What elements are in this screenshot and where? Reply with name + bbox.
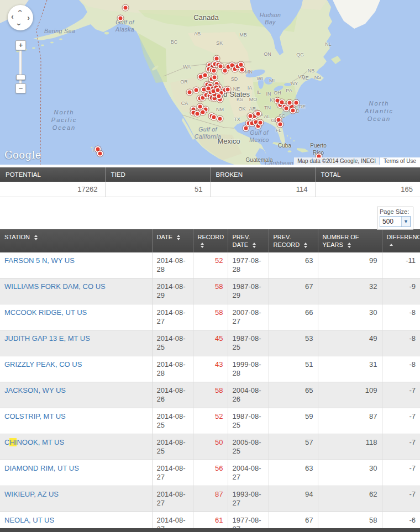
station-link[interactable]: WIKIEUP, AZ US xyxy=(4,490,59,498)
map-pan-control[interactable]: › › › › xyxy=(8,5,33,30)
date-cell: 2014-08-29 xyxy=(152,278,193,304)
station-link[interactable]: NEOLA, UT US xyxy=(4,516,54,524)
record-cell: 58 xyxy=(193,304,228,330)
station-link[interactable]: JUDITH GAP 13 E, MT US xyxy=(4,334,90,343)
pan-right-icon[interactable]: › xyxy=(27,14,30,22)
station-cell: MCCOOK RIDGE, UT US xyxy=(0,304,152,330)
difference-cell: -11 xyxy=(382,252,420,278)
station-link[interactable]: WILLIAMS FORK DAM, CO US xyxy=(4,282,106,291)
record-cell: 56 xyxy=(193,460,228,486)
record-cell: 58 xyxy=(193,278,228,304)
column-header-difference[interactable]: DIFFERENCE xyxy=(382,229,420,252)
map-marker[interactable] xyxy=(200,109,206,115)
difference-cell: -7 xyxy=(382,408,420,434)
map-marker[interactable] xyxy=(211,114,217,120)
column-header-prev-record[interactable]: PREV. RECORD xyxy=(269,229,318,252)
map-marker[interactable] xyxy=(211,68,217,74)
table-row: WILLIAMS FORK DAM, CO US2014-08-29581987… xyxy=(0,278,420,304)
table-row: COLSTRIP, MT US2014-08-25521987-08-25598… xyxy=(0,408,420,434)
map-canvas[interactable]: Bering SeaGulf of AlaskaHudson BayNorth … xyxy=(0,0,420,165)
map-marker[interactable] xyxy=(277,122,284,128)
map-marker[interactable] xyxy=(239,67,245,73)
record-cell: 52 xyxy=(193,408,228,434)
prev-record-cell: 53 xyxy=(269,330,318,356)
map-marker[interactable] xyxy=(118,15,124,22)
map-marker[interactable] xyxy=(197,104,203,110)
station-link[interactable]: COLSTRIP, MT US xyxy=(4,412,66,420)
map-marker[interactable] xyxy=(216,93,222,99)
date-cell: 2014-08-26 xyxy=(152,382,193,408)
map-marker[interactable] xyxy=(193,87,200,93)
summary-column-header: TOTAL xyxy=(315,167,420,182)
prev-record-cell: 94 xyxy=(269,486,318,512)
bottom-bar xyxy=(0,528,420,532)
google-logo[interactable]: Google xyxy=(4,149,41,161)
map-marker[interactable] xyxy=(287,100,293,106)
sort-both-icon xyxy=(348,243,351,248)
sort-both-icon xyxy=(304,243,307,248)
map-marker[interactable] xyxy=(284,106,290,112)
map-marker[interactable] xyxy=(202,72,208,78)
map-marker[interactable] xyxy=(258,120,264,126)
map-marker[interactable] xyxy=(123,5,129,11)
pan-down-icon[interactable]: › xyxy=(15,23,23,26)
prev-record-cell: 66 xyxy=(269,304,318,330)
record-cell: 43 xyxy=(193,356,228,382)
table-row: JUDITH GAP 13 E, MT US2014-08-25451987-0… xyxy=(0,330,420,356)
table-row: FARSON 5 N, WY US2014-08-28521977-08-286… xyxy=(0,252,420,278)
date-cell: 2014-08-27 xyxy=(152,460,193,486)
station-cell: WILLIAMS FORK DAM, CO US xyxy=(0,278,152,304)
zoom-out-button[interactable]: − xyxy=(15,83,26,93)
station-cell: DIAMOND RIM, UT US xyxy=(0,460,152,486)
station-cell: GRIZZLY PEAK, CO US xyxy=(0,356,152,382)
date-cell: 2014-08-28 xyxy=(152,252,193,278)
years-cell: 49 xyxy=(318,330,382,356)
column-header-date[interactable]: DATE xyxy=(152,229,193,252)
column-header-number-of-years[interactable]: NUMBER OF YEARS xyxy=(318,229,382,252)
summary-value: 114 xyxy=(210,182,315,197)
station-link[interactable]: FARSON 5 N, WY US xyxy=(4,256,75,265)
station-link[interactable]: CHINOOK, MT US xyxy=(4,438,64,446)
station-cell: COLSTRIP, MT US xyxy=(0,408,152,434)
zoom-slider-handle[interactable] xyxy=(16,75,25,80)
summary-value: 51 xyxy=(105,182,210,197)
years-cell: 31 xyxy=(318,356,382,382)
sort-down-arrow xyxy=(201,246,204,248)
pan-left-icon[interactable]: › xyxy=(11,14,14,22)
terms-of-use-link[interactable]: Terms of Use xyxy=(380,157,420,165)
sort-both-icon xyxy=(253,243,256,248)
map-marker[interactable] xyxy=(248,113,254,119)
sort-both-icon xyxy=(177,235,180,240)
map-marker[interactable] xyxy=(255,111,261,117)
zoom-in-button[interactable]: + xyxy=(15,40,26,50)
prev-record-cell: 65 xyxy=(269,382,318,408)
station-link[interactable]: JACKSON, WY US xyxy=(4,386,66,394)
station-link[interactable]: MCCOOK RIDGE, UT US xyxy=(4,308,87,317)
map-marker[interactable] xyxy=(195,111,201,117)
map-marker[interactable] xyxy=(225,87,231,93)
map-marker[interactable] xyxy=(212,75,218,81)
map-marker[interactable] xyxy=(215,87,221,93)
station-link[interactable]: DIAMOND RIM, UT US xyxy=(4,464,79,472)
station-cell: CHINOOK, MT US xyxy=(0,434,152,460)
station-link[interactable]: GRIZZLY PEAK, CO US xyxy=(4,360,82,368)
records-table: STATION DATE RECORD PREV. DATE PREV. REC… xyxy=(0,229,420,532)
years-cell: 62 xyxy=(318,486,382,512)
pan-up-icon[interactable]: › xyxy=(15,10,23,13)
map-marker[interactable] xyxy=(97,151,103,157)
column-header-prev-date[interactable]: PREV. DATE xyxy=(228,229,269,252)
record-cell: 87 xyxy=(193,486,228,512)
map-marker[interactable] xyxy=(290,108,296,114)
station-cell: JUDITH GAP 13 E, MT US xyxy=(0,330,152,356)
page-size-select[interactable]: 500 xyxy=(380,216,411,227)
difference-cell: -7 xyxy=(382,434,420,460)
column-header-station[interactable]: STATION xyxy=(0,229,152,252)
sort-up-arrow xyxy=(390,244,393,246)
sort-down-arrow xyxy=(177,238,180,240)
map-marker[interactable] xyxy=(217,116,223,122)
map-marker[interactable] xyxy=(293,100,300,106)
column-header-record[interactable]: RECORD xyxy=(193,229,228,252)
table-row: JACKSON, WY US2014-08-26582004-08-266510… xyxy=(0,382,420,408)
map-marker[interactable] xyxy=(187,89,193,96)
summary-value-row: 1726251114165 xyxy=(0,182,420,197)
